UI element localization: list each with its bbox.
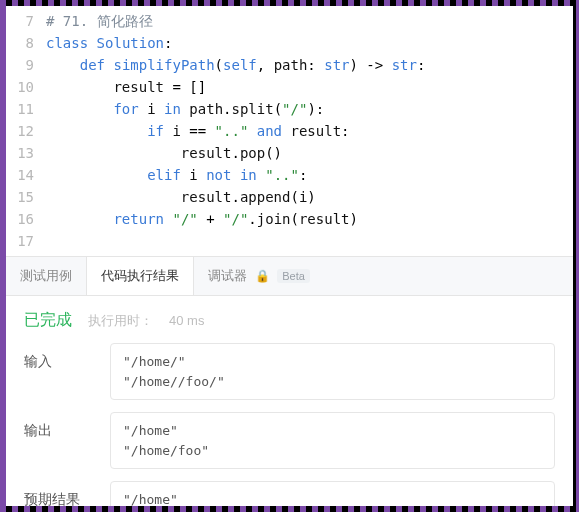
tab-debugger[interactable]: 调试器 🔒 Beta: [194, 257, 324, 295]
code-line[interactable]: 13 result.pop(): [6, 142, 573, 164]
code-content[interactable]: if i == ".." and result:: [46, 120, 573, 142]
tab-testcases[interactable]: 测试用例: [6, 257, 86, 295]
code-line[interactable]: 10 result = []: [6, 76, 573, 98]
code-line[interactable]: 11 for i in path.split("/"):: [6, 98, 573, 120]
result-row: 输入"/home/" "/home//foo/": [24, 343, 555, 400]
code-content[interactable]: def simplifyPath(self, path: str) -> str…: [46, 54, 573, 76]
beta-badge: Beta: [277, 269, 310, 283]
lock-icon: 🔒: [255, 269, 270, 283]
line-number: 9: [6, 54, 46, 76]
code-content[interactable]: return "/" + "/".join(result): [46, 208, 573, 230]
line-number: 16: [6, 208, 46, 230]
result-tabs: 测试用例 代码执行结果 调试器 🔒 Beta: [6, 256, 573, 296]
line-number: 11: [6, 98, 46, 120]
line-number: 15: [6, 186, 46, 208]
line-number: 14: [6, 164, 46, 186]
code-line[interactable]: 12 if i == ".." and result:: [6, 120, 573, 142]
status-text: 已完成: [24, 310, 72, 331]
results-panel: 已完成 执行用时： 40 ms 输入"/home/" "/home//foo/"…: [6, 296, 573, 506]
result-row-value: "/home" "/home/foo": [110, 481, 555, 506]
code-line[interactable]: 9 def simplifyPath(self, path: str) -> s…: [6, 54, 573, 76]
line-number: 10: [6, 76, 46, 98]
code-editor[interactable]: 7# 71. 简化路径8class Solution:9 def simplif…: [6, 6, 573, 256]
tab-result[interactable]: 代码执行结果: [86, 257, 194, 295]
code-line[interactable]: 16 return "/" + "/".join(result): [6, 208, 573, 230]
code-line[interactable]: 15 result.append(i): [6, 186, 573, 208]
line-number: 17: [6, 230, 46, 252]
line-number: 8: [6, 32, 46, 54]
line-number: 12: [6, 120, 46, 142]
code-content[interactable]: for i in path.split("/"):: [46, 98, 573, 120]
code-content[interactable]: result.append(i): [46, 186, 573, 208]
result-row-label: 输入: [24, 343, 110, 371]
tab-debugger-label: 调试器: [208, 268, 247, 283]
code-line[interactable]: 14 elif i not in "..":: [6, 164, 573, 186]
code-content[interactable]: result = []: [46, 76, 573, 98]
code-content[interactable]: # 71. 简化路径: [46, 10, 573, 32]
result-row-value: "/home" "/home/foo": [110, 412, 555, 469]
code-line[interactable]: 8class Solution:: [6, 32, 573, 54]
result-row: 输出"/home" "/home/foo": [24, 412, 555, 469]
runtime-value: 40 ms: [169, 313, 204, 328]
code-line[interactable]: 17: [6, 230, 573, 252]
result-row-label: 输出: [24, 412, 110, 440]
runtime-label: 执行用时：: [88, 312, 153, 330]
code-content[interactable]: [46, 230, 573, 252]
code-content[interactable]: result.pop(): [46, 142, 573, 164]
line-number: 7: [6, 10, 46, 32]
code-line[interactable]: 7# 71. 简化路径: [6, 10, 573, 32]
code-content[interactable]: elif i not in "..":: [46, 164, 573, 186]
code-content[interactable]: class Solution:: [46, 32, 573, 54]
result-row: 预期结果"/home" "/home/foo": [24, 481, 555, 506]
result-row-label: 预期结果: [24, 481, 110, 506]
line-number: 13: [6, 142, 46, 164]
result-row-value: "/home/" "/home//foo/": [110, 343, 555, 400]
status-row: 已完成 执行用时： 40 ms: [24, 310, 555, 331]
